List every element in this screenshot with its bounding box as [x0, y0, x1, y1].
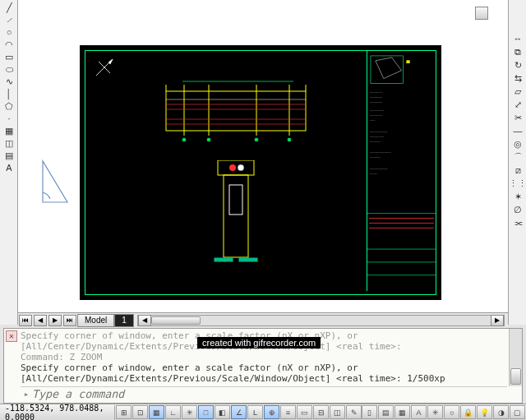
svg-text:————: ————: [370, 173, 377, 174]
3dosnap-icon[interactable]: ◧: [215, 405, 230, 419]
command-scrollbar[interactable]: [509, 329, 522, 386]
svg-point-18: [288, 138, 291, 141]
model-paper-toggle[interactable]: ▯: [362, 405, 377, 419]
rotate-icon[interactable]: ↻: [510, 59, 526, 71]
osnap-icon[interactable]: □: [198, 405, 214, 419]
plan-view-drawing: ——: [158, 78, 318, 144]
sc-icon[interactable]: ◫: [330, 405, 345, 419]
am-icon[interactable]: ✎: [346, 405, 362, 419]
erase-icon[interactable]: ∅: [510, 204, 526, 215]
region-icon[interactable]: ◫: [1, 137, 17, 149]
scale-icon[interactable]: ▱: [510, 85, 526, 97]
workspace-icon[interactable]: ☼: [444, 405, 459, 419]
scroll-right-icon[interactable]: ▶: [491, 315, 504, 326]
svg-text:———————: ———————: [370, 114, 383, 116]
svg-text:———————: ———————: [370, 101, 383, 103]
scroll-left-icon[interactable]: ◀: [138, 315, 151, 326]
dyn-icon[interactable]: ⊕: [264, 405, 279, 419]
layout-tab-bar: ⏮ ◀ ▶ ⏭ Model 1 ◀ ▶: [18, 312, 508, 327]
svg-point-25: [229, 164, 236, 171]
qp-icon[interactable]: ⊟: [313, 405, 329, 419]
command-input-row: ▸: [21, 386, 507, 401]
svg-text:————————: ————————: [370, 109, 385, 111]
mirror-icon[interactable]: ⇆: [510, 72, 526, 84]
ellipse-icon[interactable]: ⬭: [1, 63, 17, 75]
hatch-icon[interactable]: ▦: [1, 125, 17, 136]
tab-first-icon[interactable]: ⏮: [19, 315, 32, 326]
polyline-icon[interactable]: ⟋: [1, 14, 17, 25]
coordinates-readout[interactable]: -118.5324, 978.0488, 0.0000: [0, 405, 115, 420]
svg-text:——————————: ——————————: [370, 131, 388, 132]
point-icon[interactable]: ·: [1, 113, 17, 124]
svg-text:——————————: ——————————: [370, 168, 388, 169]
svg-rect-24: [229, 185, 242, 215]
view-cube-placeholder[interactable]: [475, 7, 488, 20]
rectangle-icon[interactable]: ▭: [1, 51, 17, 62]
copy-icon[interactable]: ⧉: [510, 46, 526, 58]
join-icon[interactable]: ⫘: [510, 217, 526, 228]
svg-text:██: ██: [406, 60, 410, 63]
lwt-icon[interactable]: ≡: [280, 405, 296, 419]
draw-toolbar: ╱⟋○◠▭⬭∿│⬠·▦◫▤A: [0, 0, 18, 325]
table-icon[interactable]: ▤: [1, 150, 17, 161]
drawing-canvas[interactable]: ——: [18, 0, 508, 312]
command-input[interactable]: [32, 388, 507, 400]
svg-rect-29: [371, 56, 404, 84]
svg-text:———: ———: [370, 119, 376, 121]
watermark-label: created with gifrecorder.com: [197, 337, 321, 348]
otrack-icon[interactable]: ∠: [231, 405, 247, 419]
horizontal-scrollbar[interactable]: ◀ ▶: [137, 315, 505, 326]
svg-rect-23: [224, 175, 248, 257]
fillet-icon[interactable]: ⌒: [510, 151, 526, 163]
tpy-icon[interactable]: ▭: [297, 405, 312, 419]
polar-icon[interactable]: ✳: [182, 405, 197, 419]
circle-icon[interactable]: ○: [1, 26, 17, 38]
text-icon[interactable]: A: [1, 162, 17, 173]
isolate-icon[interactable]: ◑: [493, 405, 509, 419]
ortho-icon[interactable]: ∟: [165, 405, 181, 419]
tab-prev-icon[interactable]: ◀: [34, 315, 47, 326]
tab-last-icon[interactable]: ⏭: [63, 315, 76, 326]
quick-view-drawings-icon[interactable]: ▦: [394, 405, 410, 419]
tab-next-icon[interactable]: ▶: [48, 315, 62, 326]
offset-icon[interactable]: ◎: [510, 138, 526, 150]
annotation-scale-icon[interactable]: A: [411, 405, 427, 419]
spline-icon[interactable]: ∿: [1, 76, 17, 87]
move-icon[interactable]: ↔: [510, 33, 526, 44]
title-block: —————————————— ——————————————— —————————…: [367, 51, 436, 291]
elevation-view-drawing: [203, 160, 269, 267]
annotation-visibility-icon[interactable]: ✳: [427, 405, 443, 419]
modify-toolbar: ↔⧉↻⇆▱⤢✂—◎⌒⧄⋮⋮✶∅⫘: [508, 0, 526, 325]
clean-screen-icon[interactable]: ▢: [510, 405, 525, 419]
quick-view-layouts-icon[interactable]: ▤: [378, 405, 394, 419]
arc-icon[interactable]: ◠: [1, 39, 17, 50]
chamfer-icon[interactable]: ⧄: [510, 164, 526, 176]
line-icon[interactable]: ╱: [1, 2, 17, 13]
trim-icon[interactable]: ✂: [510, 112, 526, 123]
svg-point-26: [238, 164, 244, 171]
infer-constraints-icon[interactable]: ⊞: [116, 405, 132, 419]
svg-point-17: [255, 138, 258, 141]
array-icon[interactable]: ⋮⋮: [510, 178, 526, 189]
tab-model[interactable]: Model: [77, 314, 114, 327]
stretch-icon[interactable]: ⤢: [510, 99, 526, 110]
construction-line-icon[interactable]: │: [1, 88, 17, 99]
extend-icon[interactable]: —: [510, 125, 526, 136]
svg-text:———————: ———————: [370, 96, 383, 98]
explode-icon[interactable]: ✶: [510, 191, 526, 202]
scroll-thumb[interactable]: [151, 316, 201, 325]
angle-preview: [39, 156, 71, 205]
close-icon[interactable]: ✕: [6, 330, 17, 342]
ducs-icon[interactable]: L: [247, 405, 263, 419]
svg-marker-2: [108, 59, 113, 64]
snap-icon[interactable]: ⊡: [132, 405, 148, 419]
grid-icon[interactable]: ▦: [149, 405, 164, 419]
toolbar-lock-icon[interactable]: 🔒: [460, 405, 476, 419]
polygon-icon[interactable]: ⬠: [1, 100, 17, 112]
hardware-accel-icon[interactable]: 💡: [477, 405, 492, 419]
tab-layout-1[interactable]: 1: [114, 314, 134, 327]
svg-rect-28: [239, 258, 257, 261]
svg-text:——————: ——————: [370, 141, 381, 142]
north-arrow-icon: [92, 55, 117, 80]
svg-rect-3: [166, 91, 306, 131]
